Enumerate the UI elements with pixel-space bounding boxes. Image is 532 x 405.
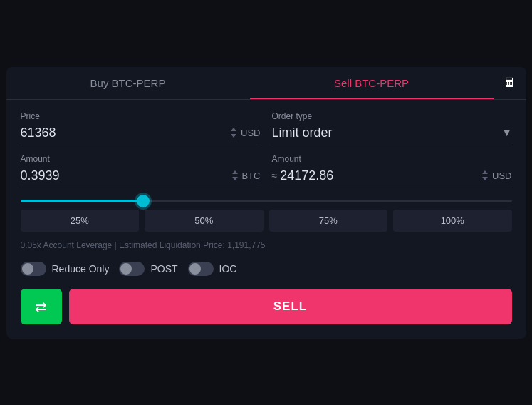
price-input-wrap: USD bbox=[21, 125, 261, 145]
amount-usd-unit: USD bbox=[492, 170, 511, 181]
tab-buy[interactable]: Buy BTC-PERP bbox=[6, 67, 250, 99]
amount-btc-unit: BTC bbox=[242, 170, 261, 181]
price-unit: USD bbox=[241, 128, 260, 138]
amount-btc-down-arrow[interactable] bbox=[232, 177, 238, 180]
tab-sell[interactable]: Sell BTC-PERP bbox=[250, 67, 494, 99]
amount-usd-down-arrow[interactable] bbox=[482, 177, 488, 180]
pct-75-button[interactable]: 75% bbox=[269, 210, 388, 232]
price-field: Price USD bbox=[21, 111, 261, 145]
pct-100-button[interactable]: 100% bbox=[393, 210, 512, 232]
amount-btc-field: Amount BTC bbox=[21, 154, 261, 188]
amount-usd-spinner[interactable] bbox=[482, 169, 488, 182]
ioc-toggle[interactable] bbox=[188, 262, 214, 276]
chevron-down-icon[interactable]: ▼ bbox=[502, 127, 512, 138]
amount-btc-input[interactable] bbox=[21, 168, 232, 183]
panel-body: Price USD Order type Limit order ▼ bbox=[6, 100, 526, 339]
amount-usd-field: Amount ≈ USD bbox=[272, 154, 512, 188]
reduce-only-label: Reduce Only bbox=[52, 263, 110, 275]
trading-panel: Buy BTC-PERP Sell BTC-PERP 🖩 Price USD bbox=[6, 67, 526, 339]
post-label: POST bbox=[150, 263, 177, 275]
amount-btc-spinner[interactable] bbox=[232, 169, 238, 182]
ioc-knob bbox=[189, 263, 201, 275]
sell-button[interactable]: SELL bbox=[69, 289, 512, 324]
ioc-toggle-group: IOC bbox=[188, 262, 237, 276]
pct-50-button[interactable]: 50% bbox=[145, 210, 264, 232]
calculator-button[interactable]: 🖩 bbox=[494, 68, 526, 98]
reduce-only-knob bbox=[22, 263, 33, 275]
post-knob bbox=[120, 263, 132, 275]
approx-symbol: ≈ bbox=[272, 170, 278, 181]
price-ordertype-row: Price USD Order type Limit order ▼ bbox=[21, 111, 512, 145]
swap-button[interactable]: ⇄ bbox=[21, 289, 62, 324]
ioc-label: IOC bbox=[219, 263, 237, 275]
order-type-field: Order type Limit order ▼ bbox=[272, 111, 512, 145]
action-row: ⇄ SELL bbox=[21, 289, 512, 324]
price-down-arrow[interactable] bbox=[231, 134, 236, 138]
swap-icon: ⇄ bbox=[35, 298, 47, 315]
calculator-icon: 🖩 bbox=[504, 76, 516, 90]
toggles-row: Reduce Only POST IOC bbox=[21, 262, 512, 276]
amount-usd-input[interactable] bbox=[280, 168, 482, 183]
post-toggle-group: POST bbox=[119, 262, 177, 276]
order-type-value: Limit order bbox=[272, 125, 502, 140]
slider-wrap bbox=[21, 200, 512, 202]
amount-usd-wrap: ≈ USD bbox=[272, 168, 512, 188]
price-input[interactable] bbox=[21, 125, 231, 140]
sell-button-label: SELL bbox=[273, 299, 307, 313]
pct-25-button[interactable]: 25% bbox=[21, 210, 140, 232]
amount-btc-label: Amount bbox=[21, 154, 261, 164]
amount-usd-label: Amount bbox=[272, 154, 512, 164]
price-label: Price bbox=[21, 111, 261, 121]
reduce-only-toggle-group: Reduce Only bbox=[21, 262, 110, 276]
amount-btc-up-arrow[interactable] bbox=[232, 170, 238, 174]
post-toggle[interactable] bbox=[119, 262, 145, 276]
price-up-arrow[interactable] bbox=[231, 128, 236, 131]
amount-btc-wrap: BTC bbox=[21, 168, 261, 188]
amount-usd-up-arrow[interactable] bbox=[482, 170, 488, 174]
price-spinner[interactable] bbox=[231, 126, 236, 139]
amount-row: Amount BTC Amount ≈ bbox=[21, 154, 512, 188]
leverage-info: 0.05x Account Leverage | Estimated Liqui… bbox=[21, 240, 512, 250]
order-type-label: Order type bbox=[272, 111, 512, 121]
tab-bar: Buy BTC-PERP Sell BTC-PERP 🖩 bbox=[6, 67, 526, 100]
order-type-wrap[interactable]: Limit order ▼ bbox=[272, 125, 512, 145]
reduce-only-toggle[interactable] bbox=[21, 262, 46, 276]
percent-button-row: 25% 50% 75% 100% bbox=[21, 210, 512, 232]
